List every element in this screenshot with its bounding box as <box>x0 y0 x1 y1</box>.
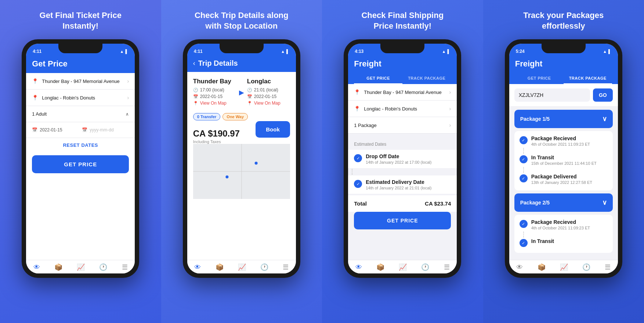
nav-clock-icon[interactable]: 🕐 <box>99 263 107 271</box>
origin-time: 17:00 (local) <box>200 87 224 92</box>
dropoff-row: ✓ Drop Off Date 14th of January 2022 at … <box>348 150 457 168</box>
freight-body-3: 📍 Thunder Bay - 947 Memorial Avenue › 📍 … <box>348 84 457 260</box>
nav-clock-icon-4[interactable]: 🕐 <box>582 263 590 271</box>
origin-map-row[interactable]: 📍 View On Map <box>193 101 236 106</box>
nav-eye-icon[interactable]: 👁 <box>33 264 40 271</box>
total-amount: CA $23.74 <box>425 200 451 207</box>
date-field-2[interactable]: 📅 yyyy-mm-dd <box>82 127 129 133</box>
phone-1: 4:11 ▲ ▌ Get Price 📍 Thunder Bay - 947 M… <box>22 39 139 278</box>
bottom-nav-4: 👁 📦 📈 🕐 ☰ <box>509 260 618 273</box>
screen-header-1: Get Price <box>26 57 135 73</box>
packages-row[interactable]: 1 Package › <box>348 117 457 134</box>
delivery-date: 14th of January 2022 at 21:01 (local) <box>366 186 451 190</box>
tab-get-price-3[interactable]: GET PRICE <box>354 73 402 84</box>
location-text-1: Thunder Bay - 947 Memorial Avenue <box>42 79 127 84</box>
trip-header: ‹ Trip Details <box>187 57 296 72</box>
event-5-info: In Transit <box>531 238 608 244</box>
notch-4 <box>542 44 586 53</box>
package-accordion-1[interactable]: Package 1/5 ∨ <box>514 110 613 128</box>
check-icon-1: ✓ <box>354 154 362 162</box>
dest-col: Longlac 🕐 21:01 (local) 📅 2022-01-15 📍 V… <box>247 78 290 107</box>
freight-title-4: Freight <box>515 59 612 69</box>
event-3-info: Package Delivered 13th of January 2022 1… <box>531 174 608 185</box>
freight-loc-1[interactable]: 📍 Thunder Bay - 947 Memorial Avenue › <box>348 84 457 101</box>
tab-track-3[interactable]: TRACK PACKAGE <box>402 73 451 84</box>
nav-chart-icon-2[interactable]: 📈 <box>238 263 246 271</box>
dropoff-date: 14th of January 2022 at 17:00 (local) <box>366 160 451 164</box>
nav-box-icon-2[interactable]: 📦 <box>216 263 224 271</box>
tab-track-4[interactable]: TRACK PACKAGE <box>564 73 612 84</box>
tabs-row-4: GET PRICE TRACK PACKAGE <box>509 73 618 84</box>
passengers-row[interactable]: 1 Adult ∧ <box>26 106 135 122</box>
get-price-button[interactable]: GET PRICE <box>32 155 129 173</box>
track-event-1: ✓ Package Recieved 4th of October 2021 1… <box>520 135 608 146</box>
freight-loc-2[interactable]: 📍 Longlac - Robin's Donuts › <box>348 101 457 117</box>
dest-time-row: 🕐 21:01 (local) <box>247 87 290 92</box>
back-arrow-icon[interactable]: ‹ <box>193 59 195 67</box>
svg-point-3 <box>225 175 228 178</box>
event-1-title: Package Recieved <box>531 135 608 141</box>
freight-section-3: 📍 Thunder Bay - 947 Memorial Avenue › 📍 … <box>348 84 457 134</box>
nav-chart-icon-4[interactable]: 📈 <box>560 263 568 271</box>
location-row-2[interactable]: 📍 Longlac - Robin's Donuts › <box>26 90 135 106</box>
nav-chart-icon[interactable]: 📈 <box>77 263 85 271</box>
phone-4: 5:24 ▲ ▌ Freight GET PRICE TRACK PACKAGE… <box>505 39 622 278</box>
reset-dates-button[interactable]: RESET DATES <box>26 138 135 152</box>
book-button[interactable]: Book <box>256 121 290 138</box>
event-3-title: Package Delivered <box>531 174 608 179</box>
dotted-line-1 <box>352 169 352 175</box>
dest-map-row[interactable]: 📍 View On Map <box>247 101 290 106</box>
check-icon-e4: ✓ <box>520 220 528 228</box>
get-price-big-button[interactable]: GET PRICE <box>354 212 451 229</box>
dotted-line-e2 <box>523 167 524 173</box>
view-map-link-1[interactable]: View On Map <box>200 101 227 106</box>
get-price-body: 📍 Thunder Bay - 947 Memorial Avenue › 📍 … <box>26 73 135 260</box>
tag-one-way: One Way <box>222 113 248 120</box>
nav-menu-icon-4[interactable]: ☰ <box>605 263 611 271</box>
nav-clock-icon-2[interactable]: 🕐 <box>260 263 268 271</box>
calendar-icon-2: 📅 <box>82 127 87 133</box>
freight-title-3: Freight <box>354 59 451 69</box>
tag-transfer: 0 Transfer <box>193 113 221 120</box>
view-map-link-2[interactable]: View On Map <box>254 101 281 106</box>
nav-eye-icon-2[interactable]: 👁 <box>194 264 201 271</box>
nav-menu-icon-2[interactable]: ☰ <box>283 263 289 271</box>
nav-chart-icon-3[interactable]: 📈 <box>399 263 407 271</box>
nav-eye-icon-4[interactable]: 👁 <box>516 264 523 271</box>
chevron-icon-2: › <box>127 95 129 101</box>
tab-get-price-4[interactable]: GET PRICE <box>515 73 564 84</box>
notch-3 <box>380 44 424 53</box>
phone-3: 4:13 ▲ ▌ Freight GET PRICE TRACK PACKAGE… <box>344 39 461 278</box>
tracking-input[interactable]: XZJLV7ZH <box>514 88 590 102</box>
tracking-events-1: ✓ Package Recieved 4th of October 2021 1… <box>514 131 613 190</box>
nav-box-icon-4[interactable]: 📦 <box>538 263 546 271</box>
nav-box-icon-3[interactable]: 📦 <box>376 263 384 271</box>
panel-freight-price: Check Final Shipping Price Instantly! 4:… <box>322 0 483 323</box>
event-1-date: 4th of October 2021 11:09:23 ET <box>531 142 608 146</box>
event-2-date: 15th of December 2021 11:44:10 ET <box>531 161 608 166</box>
map-svg <box>193 144 290 199</box>
nav-eye-icon-3[interactable]: 👁 <box>355 264 362 271</box>
status-icons-2: ▲ ▌ <box>281 49 289 54</box>
wifi-icon-4: ▲ <box>603 49 607 54</box>
panel-get-price: Get Final Ticket Price Instantly! 4:11 ▲… <box>0 0 161 323</box>
nav-menu-icon-3[interactable]: ☰ <box>444 263 450 271</box>
chevron-up-icon: ∧ <box>126 112 129 117</box>
event-1-info: Package Recieved 4th of October 2021 11:… <box>531 135 608 146</box>
freight-loc-text-2: Longlac - Robin's Donuts <box>364 106 449 112</box>
price-amount: CA $190.97 <box>193 128 240 139</box>
date-field-1[interactable]: 📅 2022-01-15 <box>32 127 79 133</box>
status-icons-1: ▲ ▌ <box>120 49 129 54</box>
check-icon-e1: ✓ <box>520 136 528 144</box>
wifi-icon-2: ▲ <box>281 49 285 54</box>
go-button[interactable]: GO <box>593 88 613 102</box>
location-row-1[interactable]: 📍 Thunder Bay - 947 Memorial Avenue › <box>26 73 135 90</box>
origin-time-row: 🕐 17:00 (local) <box>193 87 236 92</box>
nav-clock-icon-3[interactable]: 🕐 <box>421 263 429 271</box>
passengers-label: 1 Adult <box>32 111 126 117</box>
package-accordion-2[interactable]: Package 2/5 ∨ <box>514 193 613 212</box>
dest-date: 2022-01-15 <box>254 94 276 99</box>
nav-menu-icon[interactable]: ☰ <box>122 263 128 271</box>
event-3-date: 13th of January 2022 12:27:58 ET <box>531 180 608 185</box>
nav-box-icon[interactable]: 📦 <box>54 263 62 271</box>
